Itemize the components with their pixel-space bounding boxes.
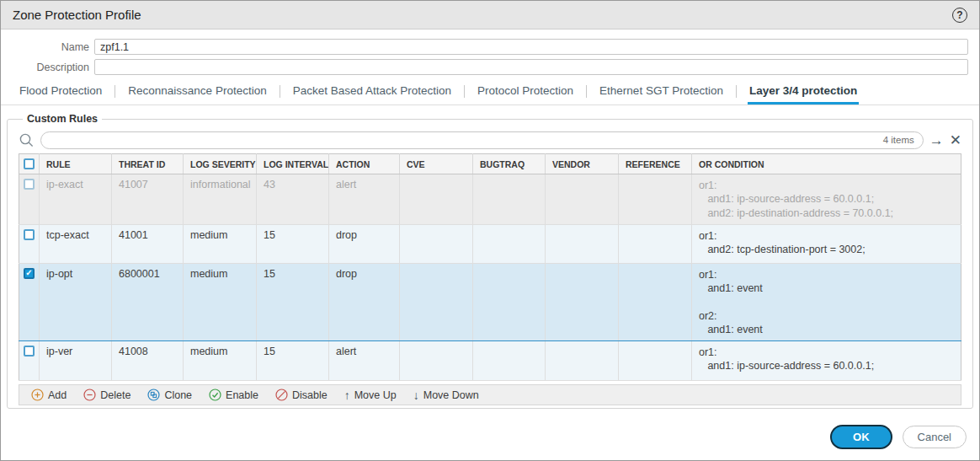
- tab-ethernet-sgt-protection[interactable]: Ethernet SGT Protection: [598, 84, 725, 105]
- cell-log-severity: medium: [184, 263, 257, 340]
- cell-log-interval: 15: [257, 263, 329, 340]
- disable-button[interactable]: Disable: [267, 385, 336, 405]
- cell-bugtraq: [473, 174, 546, 225]
- custom-rules-fieldset: Custom Rules 4 items → ✕: [7, 113, 973, 409]
- cell-log-severity: medium: [184, 224, 257, 263]
- column-header-or-condition[interactable]: OR CONDITION: [692, 154, 961, 174]
- tab-divider: [586, 85, 587, 98]
- move-up-button-label: Move Up: [354, 389, 397, 401]
- cancel-button[interactable]: Cancel: [903, 426, 967, 448]
- cell-rule: tcp-exact: [40, 224, 112, 263]
- tab-reconnaissance-protection[interactable]: Reconnaissance Protection: [126, 84, 268, 105]
- search-icon[interactable]: [19, 132, 35, 148]
- column-header-vendor[interactable]: VENDOR: [546, 154, 619, 174]
- move-down-button[interactable]: ↓ Move Down: [405, 385, 487, 405]
- description-input[interactable]: [94, 59, 968, 75]
- cell-log-interval: 43: [257, 174, 329, 225]
- column-header-action[interactable]: ACTION: [329, 154, 400, 174]
- column-header-log-interval[interactable]: LOG INTERVAL: [257, 154, 329, 174]
- cell-log-interval: 15: [257, 224, 329, 263]
- dialog-title: Zone Protection Profile: [13, 8, 141, 22]
- custom-rules-legend: Custom Rules: [23, 113, 102, 125]
- name-row: Name: [1, 39, 968, 55]
- tab-divider: [464, 85, 465, 98]
- tab-protocol-protection[interactable]: Protocol Protection: [476, 84, 575, 105]
- cell-action: drop: [329, 224, 400, 263]
- cell-action: alert: [329, 341, 400, 381]
- cell-reference: [619, 174, 692, 225]
- dialog-footer: OK Cancel: [830, 425, 967, 449]
- description-row: Description: [1, 59, 968, 75]
- tab-flood-protection[interactable]: Flood Protection: [18, 84, 104, 105]
- delete-button[interactable]: Delete: [75, 385, 139, 405]
- clone-icon: [147, 389, 160, 401]
- cell-log-severity: medium: [184, 341, 257, 381]
- row-checkbox[interactable]: [24, 229, 35, 240]
- apply-filter-icon[interactable]: →: [929, 133, 944, 147]
- tab-bar: Flood Protection Reconnaissance Protecti…: [1, 84, 979, 105]
- tab-divider: [736, 85, 737, 98]
- move-up-button[interactable]: ↑ Move Up: [336, 385, 405, 405]
- add-button-label: Add: [48, 389, 67, 401]
- table-row[interactable]: ip-exact 41007 informational 43 alert or…: [19, 174, 961, 225]
- table-row[interactable]: ip-opt 6800001 medium 15 drop or1: and1:…: [19, 263, 961, 340]
- cell-bugtraq: [473, 341, 546, 381]
- cell-bugtraq: [473, 263, 546, 340]
- help-icon[interactable]: ?: [952, 8, 967, 23]
- row-checkbox[interactable]: [24, 346, 35, 356]
- column-header-rule[interactable]: RULE: [40, 154, 112, 174]
- column-header-reference[interactable]: REFERENCE: [619, 154, 692, 174]
- tab-divider: [115, 85, 115, 98]
- cell-reference: [619, 224, 692, 263]
- cell-rule: ip-opt: [40, 263, 112, 340]
- name-input[interactable]: [94, 39, 968, 55]
- disable-button-label: Disable: [292, 389, 328, 401]
- ok-button[interactable]: OK: [830, 425, 892, 449]
- cell-threat-id: 41001: [112, 224, 184, 263]
- row-checkbox[interactable]: [24, 268, 35, 279]
- items-count-badge: 4 items: [883, 135, 914, 145]
- cell-log-interval: 15: [257, 341, 329, 381]
- cell-or-condition: or1: and1: ip-source-address = 60.0.0.1;…: [692, 174, 961, 225]
- cell-or-condition: or1: and1: event or2: and1: event: [692, 263, 961, 340]
- clear-filter-icon[interactable]: ✕: [950, 133, 961, 147]
- add-button[interactable]: Add: [23, 385, 75, 405]
- column-header-log-severity[interactable]: LOG SEVERITY: [184, 154, 257, 174]
- arrow-down-icon: ↓: [413, 389, 419, 402]
- cell-threat-id: 6800001: [112, 263, 184, 340]
- arrow-up-icon: ↑: [344, 389, 350, 402]
- cell-vendor: [546, 174, 619, 225]
- slash-circle-icon: [275, 389, 288, 401]
- cell-threat-id: 41008: [112, 341, 184, 381]
- clone-button[interactable]: Clone: [139, 385, 200, 405]
- cell-action: alert: [329, 174, 400, 225]
- cell-threat-id: 41007: [112, 174, 184, 225]
- select-all-checkbox[interactable]: [24, 158, 35, 169]
- cell-cve: [400, 174, 473, 225]
- enable-button[interactable]: Enable: [200, 385, 267, 405]
- row-checkbox[interactable]: [24, 179, 35, 190]
- search-input[interactable]: [50, 133, 883, 147]
- table-header-row: RULE THREAT ID LOG SEVERITY LOG INTERVAL…: [19, 154, 961, 174]
- enable-button-label: Enable: [226, 389, 258, 401]
- check-circle-icon: [209, 389, 221, 401]
- zone-protection-profile-dialog: Zone Protection Profile ? Name Descripti…: [0, 0, 980, 461]
- column-header-threat-id[interactable]: THREAT ID: [112, 154, 184, 174]
- tab-layer-3-4-protection[interactable]: Layer 3/4 protection: [748, 84, 859, 105]
- delete-button-label: Delete: [100, 389, 130, 401]
- column-header-bugtraq[interactable]: BUGTRAQ: [473, 154, 546, 174]
- table-row[interactable]: tcp-exact 41001 medium 15 drop or1: and2…: [19, 224, 961, 263]
- cell-cve: [400, 341, 473, 381]
- cell-bugtraq: [473, 224, 546, 263]
- cell-vendor: [546, 224, 619, 263]
- description-label: Description: [1, 62, 89, 73]
- cell-or-condition: or1: and2: tcp-destination-port = 3002;: [692, 224, 961, 263]
- name-label: Name: [1, 41, 89, 53]
- tab-packet-based-attack-protection[interactable]: Packet Based Attack Protection: [291, 84, 453, 105]
- cell-or-condition: or1: and1: ip-source-address = 60.0.0.1;: [692, 341, 961, 381]
- minus-circle-icon: [83, 389, 96, 401]
- cell-vendor: [546, 341, 619, 381]
- cell-vendor: [546, 263, 619, 340]
- column-header-cve[interactable]: CVE: [400, 154, 473, 174]
- table-row[interactable]: ip-ver 41008 medium 15 alert or1: and1: …: [19, 341, 961, 381]
